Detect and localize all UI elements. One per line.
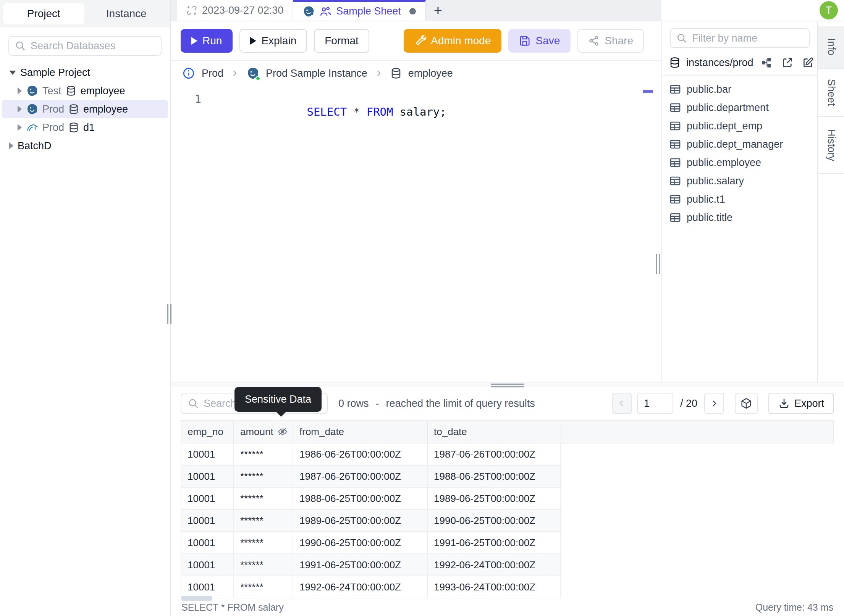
save-icon (519, 35, 530, 47)
table-item[interactable]: public.bar (662, 80, 817, 98)
results-splitter[interactable] (171, 382, 844, 387)
table-row[interactable]: 10001 ****** 1991-06-25T00:00:00Z 1992-0… (181, 554, 562, 576)
edit-icon[interactable] (802, 56, 814, 69)
unsaved-dot-icon (409, 8, 416, 15)
sheet-tab-label: 2023-09-27 02:30 (202, 5, 283, 16)
cell: 10001 (181, 576, 233, 598)
download-icon (778, 398, 790, 409)
user-avatar[interactable]: T (820, 1, 838, 19)
tree-item-sample-project[interactable]: Sample Project (0, 63, 170, 82)
table-row[interactable]: 10001 ****** 1987-06-26T00:00:00Z 1988-0… (181, 466, 562, 488)
cell: ****** (233, 532, 293, 553)
eye-off-icon[interactable] (277, 426, 288, 437)
tab-instance[interactable]: Instance (86, 3, 167, 24)
postgres-icon (302, 5, 315, 18)
page-total: / 20 (680, 398, 697, 410)
project-label: BatchD (18, 140, 52, 152)
prev-page-button[interactable] (612, 393, 632, 414)
schema-diagram-icon[interactable] (761, 56, 773, 69)
table-item[interactable]: public.title (662, 208, 817, 227)
cell: 1991-06-25T00:00:00Z (427, 532, 561, 553)
sheet-tab-sample-sheet[interactable]: Sample Sheet (293, 0, 426, 21)
caret-right-icon[interactable] (18, 124, 22, 131)
table-icon (669, 102, 681, 114)
caret-right-icon[interactable] (18, 106, 22, 113)
tree-item-prod-d1[interactable]: Prod d1 (0, 118, 170, 137)
limit-note: reached the limit of query results (386, 398, 535, 410)
table-row[interactable]: 10001 ****** 1988-06-25T00:00:00Z 1989-0… (181, 488, 562, 510)
table-icon (669, 83, 681, 95)
splitter-handle[interactable] (491, 384, 524, 387)
main-area: 2023-09-27 02:30 Sample Sheet + T (171, 0, 844, 616)
external-link-icon[interactable] (781, 56, 794, 69)
next-page-button[interactable] (704, 393, 724, 414)
page-number-input[interactable] (637, 393, 673, 414)
panel-resize-handle[interactable] (656, 254, 660, 274)
table-item[interactable]: public.salary (662, 172, 817, 190)
caret-down-icon[interactable] (9, 71, 16, 75)
caret-right-icon[interactable] (18, 87, 22, 94)
rows-separator: - (376, 398, 379, 410)
table-filter[interactable] (670, 28, 810, 48)
sql-editor[interactable]: 1 SELECT*FROMsalary; (171, 85, 661, 382)
line-number: 1 (171, 92, 201, 131)
tree-item-test-employee[interactable]: Test employee (0, 82, 170, 100)
search-databases-input[interactable] (31, 40, 155, 52)
sidebar-tab-switcher: Project Instance (0, 0, 170, 27)
column-header-from-date: from_date (293, 421, 427, 443)
table-item[interactable]: public.employee (662, 153, 817, 172)
table-item[interactable]: public.department (662, 98, 817, 117)
export-button[interactable]: Export (768, 393, 834, 414)
search-icon (15, 40, 26, 52)
pagination: / 20 Export (612, 393, 834, 414)
result-view-button[interactable] (735, 393, 758, 414)
admin-mode-button[interactable]: Admin mode (404, 29, 501, 53)
table-row[interactable]: 10001 ****** 1992-06-24T00:00:00Z 1993-0… (181, 576, 562, 598)
tree-item-batchd[interactable]: BatchD (0, 137, 170, 155)
instance-source-row: instances/prod (662, 54, 817, 76)
query-results-panel: 0 rows - reached the limit of query resu… (171, 382, 844, 616)
cell: 1987-06-26T00:00:00Z (293, 466, 427, 487)
table-item[interactable]: public.dept_emp (662, 117, 817, 135)
tree-item-prod-employee[interactable]: Prod employee (2, 100, 168, 118)
tab-project[interactable]: Project (3, 3, 84, 24)
run-button[interactable]: Run (181, 29, 233, 53)
sheet-tab-timestamp[interactable]: 2023-09-27 02:30 (177, 0, 293, 21)
tab-strip: 2023-09-27 02:30 Sample Sheet + (171, 0, 661, 21)
breadcrumb-environment[interactable]: Prod (202, 68, 223, 79)
tab-sheet[interactable]: Sheet (818, 69, 844, 117)
explain-button[interactable]: Explain (239, 29, 307, 53)
caret-right-icon[interactable] (9, 142, 13, 149)
table-item[interactable]: public.dept_manager (662, 135, 817, 153)
database-search[interactable] (8, 36, 162, 56)
breadcrumb-database[interactable]: employee (408, 68, 453, 79)
play-icon (250, 37, 256, 45)
save-button[interactable]: Save (508, 29, 571, 53)
sidebar-resize-handle[interactable] (167, 304, 171, 324)
editor-column: Run Explain Format Admin mode (171, 21, 661, 382)
filter-by-name-input[interactable] (692, 32, 804, 44)
share-button[interactable]: Share (577, 29, 644, 53)
table-icon (669, 120, 681, 132)
mysql-icon (26, 121, 38, 134)
table-item[interactable]: public.t1 (662, 190, 817, 208)
rows-info: 0 rows - reached the limit of query resu… (338, 398, 535, 410)
table-icon (669, 211, 681, 224)
table-icon (669, 193, 681, 205)
cell: 1986-06-26T00:00:00Z (293, 443, 427, 465)
database-icon (390, 68, 402, 79)
format-button[interactable]: Format (314, 29, 369, 53)
table-row[interactable]: 10001 ****** 1989-06-25T00:00:00Z 1990-0… (181, 510, 562, 532)
query-time: Query time: 43 ms (755, 602, 833, 613)
tab-history[interactable]: History (818, 117, 844, 174)
sheet-tab-bar: 2023-09-27 02:30 Sample Sheet + T (171, 0, 844, 21)
tab-info[interactable]: Info (818, 26, 844, 69)
info-icon[interactable] (182, 67, 195, 80)
cell: 1989-06-25T00:00:00Z (427, 488, 561, 509)
breadcrumb-instance[interactable]: Prod Sample Instance (266, 68, 367, 79)
table-row[interactable]: 10001 ****** 1990-06-25T00:00:00Z 1991-0… (181, 532, 562, 554)
table-row[interactable]: 10001 ****** 1986-06-26T00:00:00Z 1987-0… (181, 443, 562, 466)
search-icon (188, 398, 199, 409)
cell: 10001 (181, 532, 233, 553)
new-sheet-button[interactable]: + (426, 0, 450, 21)
